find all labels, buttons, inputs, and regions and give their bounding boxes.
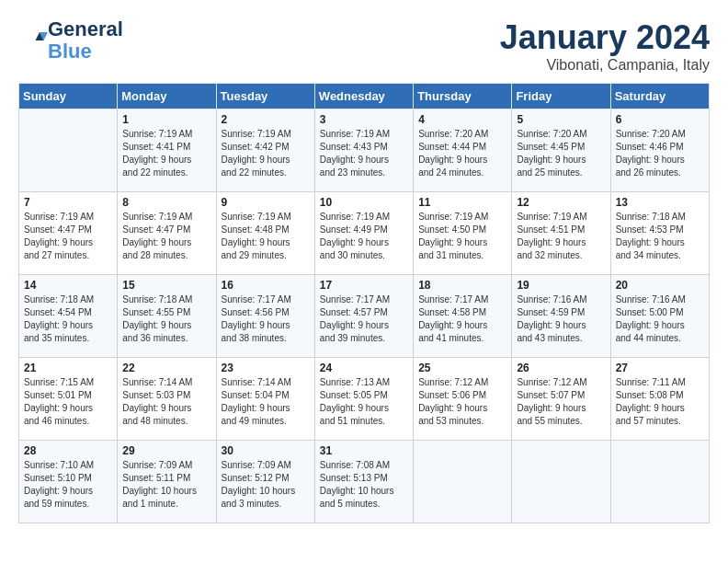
calendar-cell: 2Sunrise: 7:19 AM Sunset: 4:42 PM Daylig… [216, 109, 314, 192]
day-number: 13 [616, 196, 704, 209]
cell-content: Sunrise: 7:19 AM Sunset: 4:49 PM Dayligh… [320, 211, 408, 262]
cell-content: Sunrise: 7:09 AM Sunset: 5:12 PM Dayligh… [222, 459, 310, 511]
day-header-monday: Monday [118, 84, 216, 109]
title-section: January 2024 Vibonati, Campania, Italy [500, 18, 710, 74]
calendar-cell: 16Sunrise: 7:17 AM Sunset: 4:56 PM Dayli… [216, 275, 314, 358]
cell-content: Sunrise: 7:20 AM Sunset: 4:45 PM Dayligh… [517, 128, 605, 179]
day-number: 14 [24, 279, 112, 292]
calendar-cell: 24Sunrise: 7:13 AM Sunset: 5:05 PM Dayli… [314, 358, 413, 441]
calendar-cell [414, 441, 512, 523]
calendar-cell: 27Sunrise: 7:11 AM Sunset: 5:08 PM Dayli… [610, 358, 709, 441]
day-number: 5 [517, 113, 605, 126]
cell-content: Sunrise: 7:20 AM Sunset: 4:44 PM Dayligh… [418, 128, 506, 179]
cell-content: Sunrise: 7:19 AM Sunset: 4:47 PM Dayligh… [24, 211, 112, 262]
month-title: January 2024 [500, 18, 710, 57]
calendar-cell: 19Sunrise: 7:16 AM Sunset: 4:59 PM Dayli… [512, 275, 610, 358]
calendar-cell: 28Sunrise: 7:10 AM Sunset: 5:10 PM Dayli… [19, 441, 118, 523]
calendar-cell [19, 109, 118, 192]
header: General Blue January 2024 Vibonati, Camp… [18, 18, 710, 74]
cell-content: Sunrise: 7:19 AM Sunset: 4:43 PM Dayligh… [320, 128, 408, 179]
day-number: 26 [517, 362, 605, 374]
location-subtitle: Vibonati, Campania, Italy [500, 57, 710, 74]
day-header-wednesday: Wednesday [314, 84, 413, 109]
calendar-cell: 14Sunrise: 7:18 AM Sunset: 4:54 PM Dayli… [19, 275, 118, 358]
day-number: 8 [122, 196, 210, 209]
cell-content: Sunrise: 7:16 AM Sunset: 5:00 PM Dayligh… [616, 293, 704, 345]
week-row-4: 28Sunrise: 7:10 AM Sunset: 5:10 PM Dayli… [19, 441, 710, 523]
day-number: 21 [24, 362, 112, 374]
day-number: 23 [222, 362, 310, 374]
week-row-2: 14Sunrise: 7:18 AM Sunset: 4:54 PM Dayli… [19, 275, 710, 358]
cell-content: Sunrise: 7:13 AM Sunset: 5:05 PM Dayligh… [320, 376, 408, 428]
calendar-cell: 15Sunrise: 7:18 AM Sunset: 4:55 PM Dayli… [118, 275, 216, 358]
day-number: 3 [320, 113, 408, 126]
calendar-cell: 21Sunrise: 7:15 AM Sunset: 5:01 PM Dayli… [19, 358, 118, 441]
calendar-cell: 4Sunrise: 7:20 AM Sunset: 4:44 PM Daylig… [414, 109, 512, 192]
week-row-3: 21Sunrise: 7:15 AM Sunset: 5:01 PM Dayli… [19, 358, 710, 441]
logo-icon [20, 27, 48, 54]
day-number: 17 [320, 279, 408, 292]
day-number: 1 [122, 113, 210, 126]
calendar-cell: 17Sunrise: 7:17 AM Sunset: 4:57 PM Dayli… [314, 275, 413, 358]
cell-content: Sunrise: 7:17 AM Sunset: 4:57 PM Dayligh… [320, 293, 408, 345]
calendar-cell: 3Sunrise: 7:19 AM Sunset: 4:43 PM Daylig… [314, 109, 413, 192]
day-number: 20 [616, 279, 704, 292]
day-header-sunday: Sunday [19, 84, 118, 109]
calendar-cell: 6Sunrise: 7:20 AM Sunset: 4:46 PM Daylig… [610, 109, 709, 192]
calendar-cell [610, 441, 709, 523]
cell-content: Sunrise: 7:17 AM Sunset: 4:56 PM Dayligh… [222, 293, 310, 345]
calendar-cell: 9Sunrise: 7:19 AM Sunset: 4:48 PM Daylig… [216, 192, 314, 275]
cell-content: Sunrise: 7:19 AM Sunset: 4:51 PM Dayligh… [517, 211, 605, 262]
week-row-0: 1Sunrise: 7:19 AM Sunset: 4:41 PM Daylig… [19, 109, 710, 192]
cell-content: Sunrise: 7:10 AM Sunset: 5:10 PM Dayligh… [24, 459, 112, 511]
day-number: 10 [320, 196, 408, 209]
week-row-1: 7Sunrise: 7:19 AM Sunset: 4:47 PM Daylig… [19, 192, 710, 275]
cell-content: Sunrise: 7:19 AM Sunset: 4:41 PM Dayligh… [122, 128, 210, 179]
day-number: 27 [616, 362, 704, 374]
calendar-cell: 31Sunrise: 7:08 AM Sunset: 5:13 PM Dayli… [314, 441, 413, 523]
cell-content: Sunrise: 7:18 AM Sunset: 4:53 PM Dayligh… [616, 211, 704, 262]
cell-content: Sunrise: 7:19 AM Sunset: 4:47 PM Dayligh… [122, 211, 210, 262]
day-number: 28 [24, 444, 112, 457]
day-number: 29 [122, 444, 210, 457]
calendar-cell: 20Sunrise: 7:16 AM Sunset: 5:00 PM Dayli… [610, 275, 709, 358]
cell-content: Sunrise: 7:11 AM Sunset: 5:08 PM Dayligh… [616, 376, 704, 428]
day-number: 31 [320, 444, 408, 457]
calendar-cell: 7Sunrise: 7:19 AM Sunset: 4:47 PM Daylig… [19, 192, 118, 275]
day-header-saturday: Saturday [610, 84, 709, 109]
day-number: 16 [222, 279, 310, 292]
cell-content: Sunrise: 7:19 AM Sunset: 4:48 PM Dayligh… [222, 211, 310, 262]
day-header-friday: Friday [512, 84, 610, 109]
cell-content: Sunrise: 7:12 AM Sunset: 5:06 PM Dayligh… [418, 376, 506, 428]
day-number: 4 [418, 113, 506, 126]
cell-content: Sunrise: 7:19 AM Sunset: 4:50 PM Dayligh… [418, 211, 506, 262]
day-number: 11 [418, 196, 506, 209]
cell-content: Sunrise: 7:19 AM Sunset: 4:42 PM Dayligh… [222, 128, 310, 179]
cell-content: Sunrise: 7:18 AM Sunset: 4:54 PM Dayligh… [24, 293, 112, 345]
calendar-cell: 8Sunrise: 7:19 AM Sunset: 4:47 PM Daylig… [118, 192, 216, 275]
calendar-cell: 29Sunrise: 7:09 AM Sunset: 5:11 PM Dayli… [118, 441, 216, 523]
calendar-cell: 13Sunrise: 7:18 AM Sunset: 4:53 PM Dayli… [610, 192, 709, 275]
day-header-tuesday: Tuesday [216, 84, 314, 109]
cell-content: Sunrise: 7:14 AM Sunset: 5:04 PM Dayligh… [222, 376, 310, 428]
cell-content: Sunrise: 7:16 AM Sunset: 4:59 PM Dayligh… [517, 293, 605, 345]
day-number: 24 [320, 362, 408, 374]
day-header-thursday: Thursday [414, 84, 512, 109]
calendar-cell: 18Sunrise: 7:17 AM Sunset: 4:58 PM Dayli… [414, 275, 512, 358]
day-number: 19 [517, 279, 605, 292]
calendar-cell: 26Sunrise: 7:12 AM Sunset: 5:07 PM Dayli… [512, 358, 610, 441]
cell-content: Sunrise: 7:20 AM Sunset: 4:46 PM Dayligh… [616, 128, 704, 179]
cell-content: Sunrise: 7:12 AM Sunset: 5:07 PM Dayligh… [517, 376, 605, 428]
calendar-cell: 10Sunrise: 7:19 AM Sunset: 4:49 PM Dayli… [314, 192, 413, 275]
calendar-cell: 30Sunrise: 7:09 AM Sunset: 5:12 PM Dayli… [216, 441, 314, 523]
cell-content: Sunrise: 7:17 AM Sunset: 4:58 PM Dayligh… [418, 293, 506, 345]
cell-content: Sunrise: 7:18 AM Sunset: 4:55 PM Dayligh… [122, 293, 210, 345]
day-number: 12 [517, 196, 605, 209]
logo-text: General Blue [48, 18, 123, 63]
day-number: 9 [222, 196, 310, 209]
day-number: 30 [222, 444, 310, 457]
header-row: SundayMondayTuesdayWednesdayThursdayFrid… [19, 84, 710, 109]
day-number: 22 [122, 362, 210, 374]
cell-content: Sunrise: 7:14 AM Sunset: 5:03 PM Dayligh… [122, 376, 210, 428]
calendar-cell: 5Sunrise: 7:20 AM Sunset: 4:45 PM Daylig… [512, 109, 610, 192]
